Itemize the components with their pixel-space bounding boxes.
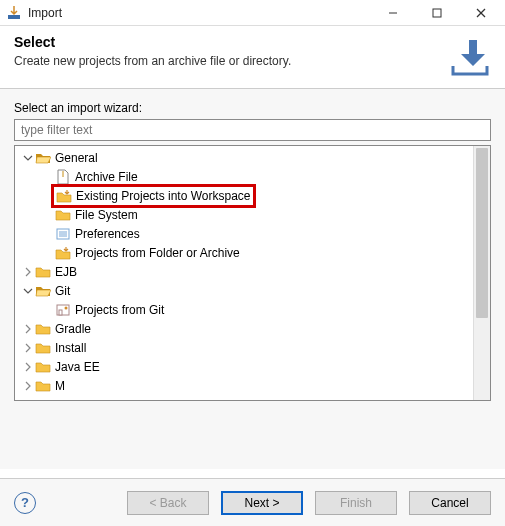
import-app-icon — [6, 5, 22, 21]
tree-label: Existing Projects into Workspace — [76, 189, 251, 203]
tree-label: Projects from Git — [75, 303, 164, 317]
import-folder-icon — [55, 245, 71, 261]
tree-label: File System — [75, 208, 138, 222]
chevron-down-icon[interactable] — [21, 151, 35, 165]
tree-node-javaee[interactable]: Java EE — [15, 357, 473, 376]
folder-icon — [35, 264, 51, 280]
scrollbar-thumb[interactable] — [476, 148, 488, 318]
tree-label: Java EE — [55, 360, 100, 374]
help-button[interactable]: ? — [14, 492, 36, 514]
chevron-right-icon[interactable] — [21, 322, 35, 336]
chevron-down-icon[interactable] — [21, 284, 35, 298]
header-title: Select — [14, 34, 439, 50]
tree-node-gradle[interactable]: Gradle — [15, 319, 473, 338]
tree-node-general[interactable]: General — [15, 148, 473, 167]
tree-node-file-system[interactable]: File System — [15, 205, 473, 224]
maximize-button[interactable] — [415, 0, 459, 26]
folder-icon — [35, 340, 51, 356]
archive-file-icon — [55, 169, 71, 185]
svg-rect-13 — [59, 310, 62, 315]
chevron-right-icon[interactable] — [21, 379, 35, 393]
folder-icon — [35, 378, 51, 394]
tree-node-preferences[interactable]: Preferences — [15, 224, 473, 243]
button-bar: ? < Back Next > Finish Cancel — [0, 478, 505, 526]
folder-open-icon — [35, 283, 51, 299]
window-buttons — [371, 0, 503, 26]
tree-label: Gradle — [55, 322, 91, 336]
tree-node-projects-from-git[interactable]: Projects from Git — [15, 300, 473, 319]
tree-node-install[interactable]: Install — [15, 338, 473, 357]
tree-label: Install — [55, 341, 86, 355]
svg-point-14 — [65, 306, 68, 309]
dialog-body: Select an import wizard: General Archive… — [0, 89, 505, 469]
tree-label: Archive File — [75, 170, 138, 184]
tree-node-projects-from-folder[interactable]: Projects from Folder or Archive — [15, 243, 473, 262]
minimize-button[interactable] — [371, 0, 415, 26]
folder-icon — [35, 321, 51, 337]
header-subtitle: Create new projects from an archive file… — [14, 54, 439, 68]
back-button: < Back — [127, 491, 209, 515]
scrollbar[interactable] — [473, 146, 490, 400]
preferences-icon — [55, 226, 71, 242]
next-button[interactable]: Next > — [221, 491, 303, 515]
filter-text-input[interactable] — [14, 119, 491, 141]
chevron-right-icon[interactable] — [21, 341, 35, 355]
svg-rect-0 — [8, 15, 20, 19]
tree-label: Preferences — [75, 227, 140, 241]
tree-node-git[interactable]: Git — [15, 281, 473, 300]
folder-open-icon — [35, 150, 51, 166]
tree-node-truncated[interactable]: M — [15, 376, 473, 395]
wizard-tree-container: General Archive File Existing Projects i… — [14, 145, 491, 401]
titlebar: Import — [0, 0, 505, 26]
tree-label: General — [55, 151, 98, 165]
tree-label: Projects from Folder or Archive — [75, 246, 240, 260]
import-banner-icon — [447, 34, 491, 78]
finish-button: Finish — [315, 491, 397, 515]
dialog-header: Select Create new projects from an archi… — [0, 26, 505, 89]
selection-highlight: Existing Projects into Workspace — [51, 184, 256, 208]
tree-label: M — [55, 379, 65, 393]
folder-icon — [35, 359, 51, 375]
tree-node-ejb[interactable]: EJB — [15, 262, 473, 281]
close-button[interactable] — [459, 0, 503, 26]
tree-node-existing-projects[interactable]: Existing Projects into Workspace — [15, 186, 473, 205]
git-repo-icon — [55, 302, 71, 318]
import-project-icon — [56, 188, 72, 204]
wizard-tree[interactable]: General Archive File Existing Projects i… — [15, 146, 473, 400]
chevron-right-icon[interactable] — [21, 265, 35, 279]
svg-rect-2 — [433, 9, 441, 17]
chevron-right-icon[interactable] — [21, 360, 35, 374]
tree-label: EJB — [55, 265, 77, 279]
tree-label: Git — [55, 284, 70, 298]
window-title: Import — [28, 6, 371, 20]
folder-icon — [55, 207, 71, 223]
wizard-select-label: Select an import wizard: — [14, 101, 491, 115]
cancel-button[interactable]: Cancel — [409, 491, 491, 515]
